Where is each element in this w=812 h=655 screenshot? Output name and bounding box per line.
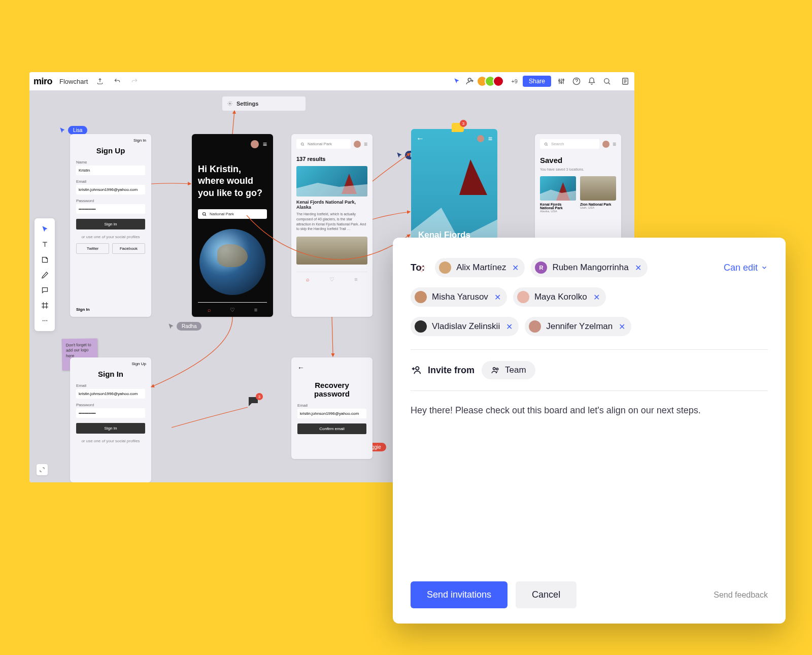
chevron-down-icon <box>761 264 768 271</box>
password-input <box>76 204 145 214</box>
svg-point-3 <box>563 79 564 81</box>
remove-chip-icon[interactable]: ✕ <box>494 292 501 302</box>
menu-nav-icon: ≡ <box>254 307 257 313</box>
redo-icon[interactable] <box>129 76 140 86</box>
filter-icon[interactable] <box>556 76 566 86</box>
heart-nav-icon: ♡ <box>230 307 235 313</box>
collaborator-avatars[interactable] <box>480 76 504 87</box>
logo: miro <box>33 76 52 87</box>
settings-label: Settings <box>236 101 258 107</box>
svg-point-15 <box>493 368 496 370</box>
remove-chip-icon[interactable]: ✕ <box>593 292 600 302</box>
comment-tool[interactable] <box>35 282 55 298</box>
bell-icon[interactable] <box>587 76 597 86</box>
mockup-signup[interactable]: Sign In Sign Up Name Email Password Sign… <box>70 134 151 317</box>
svg-point-8 <box>42 320 43 321</box>
remove-chip-icon[interactable]: ✕ <box>512 263 519 273</box>
invite-dialog: To: Alix Martínez✕ RRuben Mangorrinha✕ C… <box>393 238 786 624</box>
mockup-signin[interactable]: Sign Up Sign In Email Password Sign In o… <box>70 357 151 482</box>
svg-point-5 <box>604 79 609 83</box>
share-button[interactable]: Share <box>523 76 551 87</box>
remove-chip-icon[interactable]: ✕ <box>635 263 641 273</box>
topbar: miro Flowchart +9 Share <box>29 72 634 90</box>
back-icon: ← <box>297 364 366 372</box>
mockup-recovery[interactable]: ← Recovery password Email Confirm email <box>291 357 373 459</box>
svg-point-2 <box>561 82 562 83</box>
invite-from-label: Invite from <box>411 365 475 376</box>
undo-icon[interactable] <box>112 76 122 86</box>
comment-thread[interactable]: 3 <box>248 396 260 408</box>
search-nav-icon: ⌕ <box>208 307 211 313</box>
recipient-chip[interactable]: Misha Yarusov✕ <box>411 287 507 307</box>
name-input <box>76 166 145 175</box>
cursor-lisa: Lisa <box>59 126 87 135</box>
remove-chip-icon[interactable]: ✕ <box>506 322 513 332</box>
svg-point-13 <box>545 143 547 145</box>
send-invitations-button[interactable]: Send invitations <box>411 581 507 608</box>
svg-point-0 <box>468 78 471 81</box>
sticky-tool[interactable] <box>35 252 55 267</box>
help-icon[interactable] <box>571 76 582 86</box>
search-icon <box>202 212 207 216</box>
svg-point-9 <box>44 320 45 321</box>
svg-point-12 <box>301 143 303 145</box>
back-icon: ← <box>416 134 424 143</box>
invite-message[interactable]: Hey there! Please check out this board a… <box>411 405 768 416</box>
mockup-hello[interactable]: ≡ Hi Kristin, where would you like to go… <box>192 134 273 317</box>
divider <box>411 390 768 391</box>
cursor-radha: Radha <box>167 322 201 331</box>
result-image <box>296 166 367 196</box>
mockup-results[interactable]: National Park ≡ 137 results Kenai Fjords… <box>291 134 373 317</box>
search-icon[interactable] <box>602 76 612 86</box>
divider <box>411 349 768 350</box>
comment-bubble[interactable]: 3 <box>452 123 464 132</box>
permission-dropdown[interactable]: Can edit <box>724 263 768 273</box>
svg-point-1 <box>559 80 560 81</box>
cancel-button[interactable]: Cancel <box>516 581 577 608</box>
recipient-chip[interactable]: Maya Korolko✕ <box>513 287 606 307</box>
result-image-2 <box>296 237 367 265</box>
expand-icon[interactable] <box>37 464 48 475</box>
more-tools[interactable] <box>35 313 55 328</box>
svg-point-16 <box>496 368 498 370</box>
recipient-chip[interactable]: Vladislav Zelinskii✕ <box>411 317 519 336</box>
earth-image <box>199 229 265 295</box>
svg-point-11 <box>203 213 206 215</box>
settings-panel: Settings <box>222 96 306 111</box>
left-toolbar <box>35 218 55 331</box>
add-person-icon <box>411 365 422 376</box>
team-icon <box>491 366 500 375</box>
svg-point-10 <box>46 320 47 321</box>
cursor-icon[interactable] <box>453 78 460 85</box>
send-feedback-link[interactable]: Send feedback <box>714 591 768 600</box>
gear-icon <box>227 101 232 106</box>
remove-chip-icon[interactable]: ✕ <box>619 322 625 332</box>
team-chip[interactable]: Team <box>482 361 535 379</box>
notes-icon[interactable] <box>620 76 630 86</box>
add-user-icon[interactable] <box>465 77 475 86</box>
frame-tool[interactable] <box>35 298 55 313</box>
recipient-chip[interactable]: Jennifer Yzelman✕ <box>525 317 631 336</box>
email-input <box>76 185 145 194</box>
collaborator-count[interactable]: +9 <box>511 78 518 84</box>
svg-point-7 <box>229 103 231 105</box>
export-icon[interactable] <box>95 76 105 86</box>
recipient-chip[interactable]: RRuben Mangorrinha✕ <box>531 258 647 277</box>
select-tool[interactable] <box>35 221 55 237</box>
board-name[interactable]: Flowchart <box>59 78 88 85</box>
pen-tool[interactable] <box>35 267 55 282</box>
text-tool[interactable] <box>35 237 55 252</box>
svg-point-14 <box>416 367 419 370</box>
